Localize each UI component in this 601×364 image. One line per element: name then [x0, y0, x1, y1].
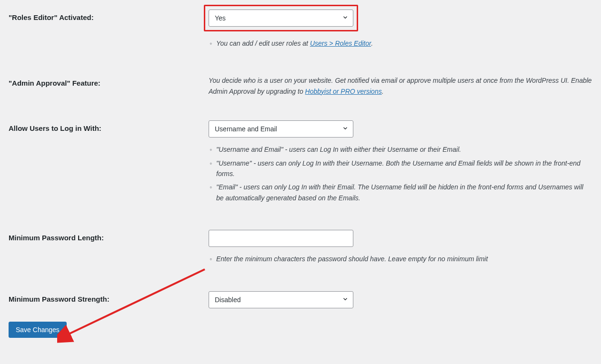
- admin-approval-upgrade-link[interactable]: Hobbyist or PRO versions: [305, 88, 382, 95]
- roles-editor-select-highlight: Yes: [204, 5, 358, 31]
- roles-editor-hint: You can add / edit user roles at Users >…: [209, 38, 592, 49]
- save-changes-button[interactable]: Save Changes: [9, 322, 67, 338]
- admin-approval-label: "Admin Approval" Feature:: [9, 75, 209, 87]
- min-pwd-length-label: Minimum Password Length:: [9, 230, 209, 242]
- min-pwd-length-hint: Enter the minimum characters the passwor…: [209, 254, 592, 264]
- min-pwd-strength-select[interactable]: Disabled: [209, 291, 353, 308]
- admin-approval-description: You decide who is a user on your website…: [209, 75, 592, 97]
- login-with-label: Allow Users to Log in With:: [9, 120, 209, 132]
- login-with-hint: "Username" - users can only Log In with …: [209, 158, 592, 179]
- roles-editor-select[interactable]: Yes: [209, 10, 353, 27]
- login-with-hint: "Email" - users can only Log In with the…: [209, 182, 592, 203]
- min-pwd-length-input[interactable]: [209, 230, 353, 247]
- login-with-hint: "Username and Email" - users can Log In …: [209, 144, 592, 155]
- login-with-select[interactable]: Username and Email: [209, 120, 353, 138]
- min-pwd-strength-label: Minimum Password Strength:: [9, 291, 209, 303]
- roles-editor-label: "Roles Editor" Activated:: [9, 10, 209, 21]
- roles-editor-link[interactable]: Users > Roles Editor: [310, 39, 371, 47]
